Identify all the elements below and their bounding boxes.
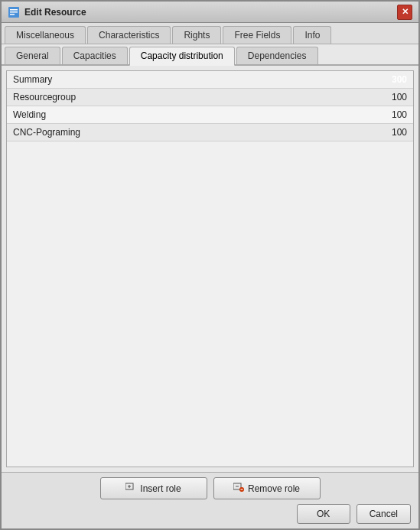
remove-role-icon [233,482,244,495]
table-row[interactable]: Welding100 [7,106,413,124]
table-row[interactable]: Summary300 [7,71,413,89]
tab-dependencies[interactable]: Dependencies [236,47,318,64]
row-name: Summary [7,71,352,89]
edit-resource-window: Edit Resource ✕ Miscellaneous Characteri… [0,0,420,530]
action-buttons-row: Insert role Remove role [9,477,411,499]
tab-info[interactable]: Info [293,26,331,44]
svg-rect-2 [10,11,18,13]
insert-role-label: Insert role [140,483,181,494]
capacity-table: Summary300Resourcegroup100Welding100CNC-… [7,71,413,141]
close-button[interactable]: ✕ [397,5,412,20]
tab-characteristics[interactable]: Characteristics [87,26,171,44]
table-row[interactable]: Resourcegroup100 [7,89,413,106]
table-row[interactable]: CNC-Pograming100 [7,124,413,141]
row-value: 100 [352,106,413,124]
tabs-row-1: Miscellaneous Characteristics Rights Fre… [2,23,418,44]
cancel-button[interactable]: Cancel [357,504,411,524]
svg-rect-3 [10,14,15,15]
tab-miscellaneous[interactable]: Miscellaneous [5,26,86,44]
row-name: Welding [7,106,352,124]
tab-capacity-distribution[interactable]: Capacity distribution [129,47,235,66]
remove-role-label: Remove role [248,483,300,494]
svg-rect-1 [10,9,18,11]
window-title: Edit Resource [24,7,86,18]
row-value: 300 [352,71,413,89]
app-icon [8,6,20,18]
footer: Insert role Remove role OK Cancel [2,472,418,528]
ok-button[interactable]: OK [297,504,350,524]
title-bar-left: Edit Resource [8,6,86,18]
confirm-buttons-row: OK Cancel [9,504,411,524]
spacer [7,141,413,467]
row-name: CNC-Pograming [7,124,352,141]
title-bar: Edit Resource ✕ [2,2,418,23]
insert-role-button[interactable]: Insert role [100,477,207,499]
row-name: Resourcegroup [7,89,352,106]
insert-role-icon [125,482,136,495]
row-value: 100 [352,89,413,106]
inner-panel: Summary300Resourcegroup100Welding100CNC-… [6,70,414,467]
tab-free-fields[interactable]: Free Fields [223,26,291,44]
tab-capacities[interactable]: Capacities [62,47,128,64]
tab-general[interactable]: General [5,47,60,64]
remove-role-button[interactable]: Remove role [213,477,321,499]
tab-rights[interactable]: Rights [172,26,221,44]
content-area: Summary300Resourcegroup100Welding100CNC-… [2,66,418,472]
tabs-row-2: General Capacities Capacity distribution… [2,44,418,66]
row-value: 100 [352,124,413,141]
